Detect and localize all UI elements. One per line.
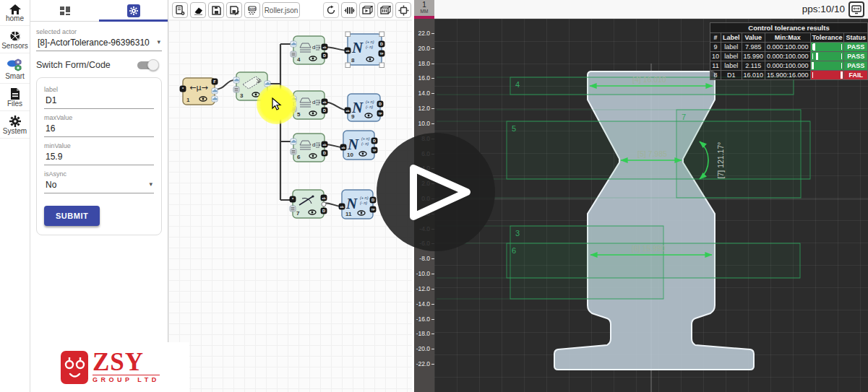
tab-settings[interactable] — [99, 0, 168, 21]
table-cell: label — [721, 52, 742, 61]
table-column-header: Label — [721, 33, 742, 43]
panel-tabbar — [30, 0, 168, 22]
dashboard-icon — [59, 5, 71, 17]
viewer-topbar: pps:10/10 — [434, 0, 868, 19]
field-label: isAsync — [44, 170, 154, 178]
gear-tab-icon — [127, 4, 140, 17]
svg-text:D: D — [373, 139, 376, 143]
node-1[interactable]: 1←μ→*F — [180, 78, 218, 105]
sidebar-item-label: home — [0, 14, 30, 25]
minvalue-field[interactable]: 15.9 — [44, 149, 154, 165]
node-6[interactable]: 6dabD — [291, 134, 327, 162]
svg-text:ab: ab — [342, 146, 345, 149]
ruler-tick: 18.0 — [414, 60, 434, 67]
port-dot[interactable] — [322, 202, 326, 206]
mouse-cursor-icon — [272, 97, 283, 110]
chevron-down-icon: ▾ — [157, 38, 160, 45]
ruler-tick: -8.0 — [414, 255, 434, 262]
node-graph[interactable]: 1←μ→*F34dabD5dabD6dabD7*abD8N(+ n)(- n)a… — [168, 0, 412, 392]
sidebar-item-smart[interactable]: Smart — [0, 53, 30, 84]
dimension-label: [6] 15.990 — [632, 244, 666, 253]
table-row: 8D116.01015.900:16.000FAIL — [710, 71, 868, 80]
table-cell: 7.985 — [742, 43, 765, 52]
table-row: 10label15.9900.000:100.000PASS — [710, 52, 868, 61]
svg-text:D: D — [371, 198, 374, 202]
maxvalue-field[interactable]: 16 — [44, 121, 154, 137]
sidebar-item-system[interactable]: System — [0, 111, 30, 139]
table-cell: 10 — [710, 52, 721, 61]
svg-text:(+ n): (+ n) — [366, 40, 374, 44]
ruler-accent-bar — [414, 16, 434, 19]
home-icon — [9, 4, 21, 14]
ruler-tick: -22.0 — [414, 360, 434, 367]
node-7[interactable]: 7*abD — [290, 190, 327, 218]
table-cell: 16.010 — [742, 71, 765, 80]
node-11[interactable]: 11N(+ n)(- n)abDTF — [339, 190, 376, 219]
table-cell: 15.990 — [742, 52, 765, 61]
tolerance-bar — [810, 71, 844, 80]
ruler-tick: -10.0 — [414, 270, 434, 277]
table-column-header: # — [710, 33, 721, 43]
selection-handle[interactable] — [345, 63, 351, 68]
node-9[interactable]: 9N(+ n)(- n)abDTF — [345, 94, 383, 121]
node-editor[interactable]: json Roller.json — [168, 0, 412, 392]
ruler-scale: 1 — [414, 1, 434, 9]
tolerance-results-table: Control tolerance results #LabelValueMin… — [710, 22, 868, 80]
selection-handle[interactable] — [345, 32, 351, 37]
svg-text:ab: ab — [322, 196, 326, 200]
svg-text:ab: ab — [346, 49, 350, 53]
table-row: 11label2.1150.000:100.000PASS — [710, 61, 868, 71]
submit-button[interactable]: SUBMIT — [44, 206, 100, 226]
video-play-overlay[interactable] — [377, 133, 495, 251]
status-badge: PASS — [844, 52, 868, 61]
ruler-tick: -18.0 — [414, 330, 434, 337]
node-8[interactable]: 8N(+ n)(- n)abDTF — [345, 32, 384, 68]
smart-icon — [7, 58, 24, 72]
selection-handle[interactable] — [379, 63, 384, 68]
logo-face-icon — [61, 351, 88, 384]
sidebar-item-label: System — [0, 127, 30, 138]
logo-line1: ZSY — [93, 351, 160, 374]
node-10[interactable]: 10N(+ n)(- n)abDTF — [340, 131, 377, 160]
svg-text:D: D — [323, 151, 326, 155]
svg-text:d: d — [312, 44, 315, 51]
sidebar-item-home[interactable]: home — [0, 0, 30, 26]
selected-actor-select[interactable]: [8]-ActorTolerance-96396310 ▾ — [36, 35, 162, 51]
status-badge: FAIL — [844, 71, 868, 80]
ruler-tick: 20.0 — [414, 45, 434, 52]
dimension-label: [4] 16.010 — [632, 75, 666, 84]
svg-text:D: D — [323, 53, 326, 58]
switch-form-code-toggle[interactable] — [137, 61, 158, 69]
node-number: 6 — [297, 154, 301, 160]
svg-text:D: D — [380, 42, 383, 46]
tab-dashboard[interactable] — [30, 0, 99, 21]
sidebar-item-sensors[interactable]: Sensors — [0, 26, 30, 53]
display-icon — [851, 5, 861, 14]
node-4[interactable]: 4dabD — [291, 36, 327, 64]
svg-text:ab: ab — [346, 109, 350, 113]
selection-handle[interactable] — [379, 32, 384, 37]
region-label: 7 — [682, 113, 686, 121]
node-number: 1 — [186, 97, 190, 103]
svg-text:D: D — [322, 209, 325, 213]
display-button[interactable] — [848, 1, 864, 17]
sidebar-item-files[interactable]: Files — [0, 84, 30, 111]
region-label: 3 — [515, 229, 520, 238]
counter-symbol: N — [351, 39, 364, 56]
table-cell: 15.900:16.000 — [765, 71, 811, 80]
table-column-header: Tolerance — [810, 33, 844, 43]
measurement-canvas[interactable]: 45736[4] 16.010[5] 7.985[6] 15.990[7] 12… — [434, 19, 868, 392]
svg-text:(- n): (- n) — [361, 141, 369, 146]
table-header-row: #LabelValueMin:MaxToleranceStatus — [710, 33, 868, 43]
region-label: 6 — [512, 246, 516, 255]
mu-symbol: ←μ→ — [189, 83, 207, 92]
svg-text:(- n): (- n) — [366, 105, 373, 109]
node-number: 3 — [240, 92, 244, 99]
svg-text:TF: TF — [378, 112, 382, 116]
ruler-tick: 22.0 — [414, 30, 434, 37]
svg-text:(+ n): (+ n) — [366, 100, 374, 104]
isasync-select[interactable]: No ▾ — [44, 178, 154, 193]
status-badge: PASS — [844, 61, 868, 71]
svg-text:TF: TF — [371, 208, 375, 212]
label-field[interactable]: D1 — [44, 93, 154, 109]
